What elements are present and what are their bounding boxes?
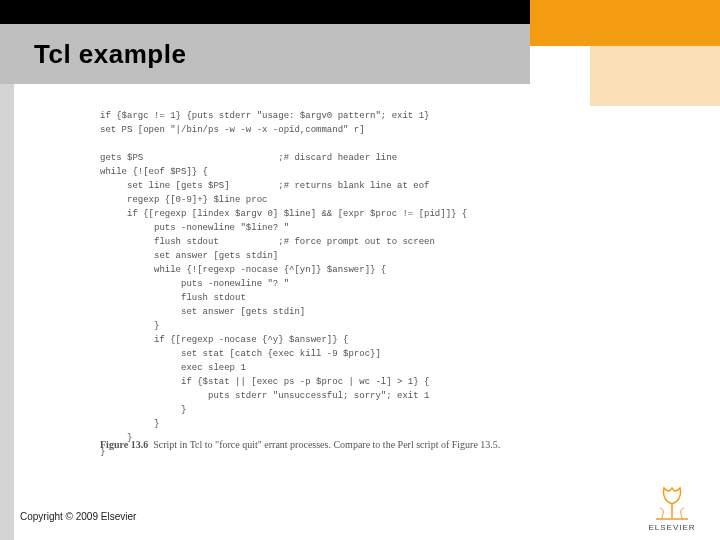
- copyright-footer: Copyright © 2009 Elsevier: [20, 511, 136, 522]
- figure-caption: Figure 13.6 Script in Tcl to "force quit…: [100, 438, 650, 452]
- left-side-strip: [0, 84, 14, 540]
- accent-orange-box: [530, 0, 720, 46]
- publisher-name: ELSEVIER: [642, 523, 702, 532]
- figure-caption-text: Script in Tcl to "force quit" errant pro…: [153, 439, 500, 450]
- slide-title: Tcl example: [34, 39, 186, 70]
- code-listing: if {$argc != 1} {puts stderr "usage: $ar…: [100, 109, 660, 459]
- accent-orange-tab: [590, 46, 720, 106]
- tree-icon: [652, 482, 692, 522]
- title-bar: Tcl example: [0, 24, 530, 84]
- figure-number: Figure 13.6: [100, 439, 148, 450]
- publisher-logo: ELSEVIER: [642, 482, 702, 532]
